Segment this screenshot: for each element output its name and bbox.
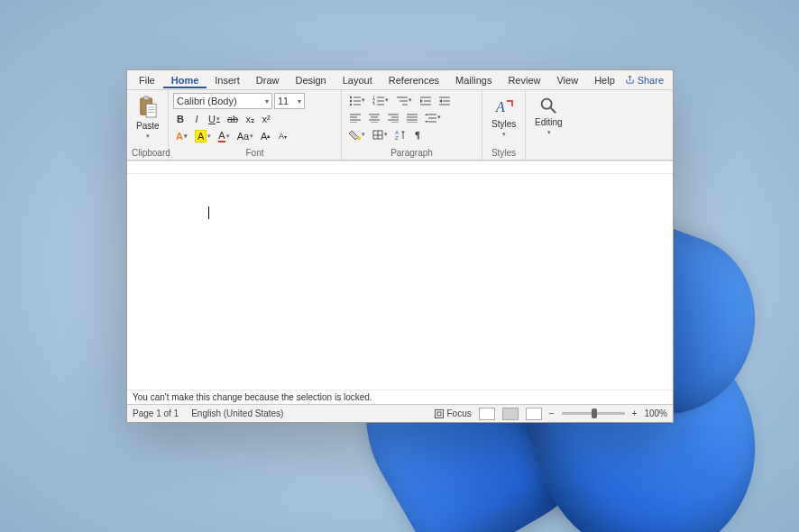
styles-group-label: Styles <box>487 147 520 160</box>
chevron-down-icon: ▾ <box>384 131 388 138</box>
chevron-down-icon: ▾ <box>265 97 269 105</box>
align-right-button[interactable] <box>384 110 401 124</box>
shrink-font-button[interactable]: A▾ <box>275 129 289 143</box>
change-case-button[interactable]: Aa▾ <box>234 129 256 143</box>
bold-button[interactable]: B <box>173 112 188 126</box>
borders-button[interactable]: ▾ <box>370 127 390 142</box>
group-clipboard: Paste ▾ Clipboard <box>127 90 169 160</box>
focus-icon <box>434 408 445 419</box>
svg-marker-22 <box>420 99 423 103</box>
increase-indent-icon <box>438 96 450 105</box>
text-cursor <box>208 206 209 219</box>
tab-review[interactable]: Review <box>500 72 548 88</box>
underline-button[interactable]: U▾ <box>206 112 223 126</box>
decrease-indent-icon <box>419 96 431 105</box>
tab-file[interactable]: File <box>131 72 163 88</box>
line-spacing-button[interactable]: ▾ <box>422 110 444 124</box>
multilevel-list-button[interactable]: ▾ <box>393 93 415 107</box>
svg-text:3: 3 <box>372 102 375 105</box>
editing-button[interactable]: Editing ▾ <box>530 93 567 139</box>
show-marks-button[interactable]: ¶ <box>410 127 425 142</box>
subscript-button[interactable]: x₂ <box>243 112 257 126</box>
share-icon <box>625 75 635 85</box>
group-font: Calibri (Body) ▾ 11 ▾ B I U▾ ab x₂ x² <box>169 90 342 160</box>
sort-button[interactable]: AZ <box>392 127 409 142</box>
editing-label: Editing <box>535 117 563 127</box>
search-icon <box>538 96 558 115</box>
svg-point-8 <box>350 99 352 101</box>
text-effects-button[interactable]: A▾ <box>173 129 190 143</box>
font-name-combo[interactable]: Calibri (Body) ▾ <box>173 93 272 109</box>
tab-layout[interactable]: Layout <box>335 72 381 88</box>
paragraph-group-label: Paragraph <box>346 147 477 160</box>
superscript-button[interactable]: x² <box>259 112 273 126</box>
chevron-down-icon: ▾ <box>250 133 253 140</box>
print-layout-view-button[interactable] <box>502 408 519 420</box>
chevron-down-icon: ▾ <box>362 131 365 138</box>
strikethrough-button[interactable]: ab <box>225 112 241 126</box>
decrease-indent-button[interactable] <box>417 93 434 107</box>
svg-marker-48 <box>425 114 428 115</box>
align-center-button[interactable] <box>365 110 382 124</box>
shading-button[interactable]: ▾ <box>346 127 368 142</box>
grow-font-button[interactable]: A▴ <box>258 129 273 143</box>
highlight-button[interactable]: A▾ <box>192 129 214 143</box>
shading-icon <box>349 130 361 140</box>
svg-point-6 <box>350 96 352 97</box>
group-styles: A Styles ▾ Styles <box>482 90 526 160</box>
styles-icon: A <box>493 96 515 117</box>
chevron-down-icon: ▾ <box>298 97 301 105</box>
svg-point-59 <box>542 99 552 109</box>
bullets-button[interactable]: ▾ <box>346 93 368 107</box>
increase-indent-button[interactable] <box>436 93 453 107</box>
tab-mailings[interactable]: Mailings <box>447 72 500 88</box>
styles-button[interactable]: A Styles ▾ <box>487 93 520 141</box>
svg-marker-26 <box>439 99 442 103</box>
paste-button[interactable]: Paste ▾ <box>132 93 164 142</box>
chevron-down-icon: ▾ <box>207 133 211 140</box>
tab-references[interactable]: References <box>381 72 447 88</box>
zoom-level[interactable]: 100% <box>644 408 667 418</box>
clipboard-group-label: Clipboard <box>132 147 163 160</box>
align-center-icon <box>368 113 380 123</box>
tab-draw[interactable]: Draw <box>248 72 288 88</box>
font-size-combo[interactable]: 11 ▾ <box>274 93 305 109</box>
font-size-value: 11 <box>278 96 289 106</box>
read-mode-view-button[interactable] <box>479 408 495 420</box>
justify-button[interactable] <box>403 110 420 124</box>
document-page[interactable] <box>127 174 673 390</box>
tab-help[interactable]: Help <box>586 72 623 88</box>
chevron-down-icon: ▾ <box>216 115 220 123</box>
zoom-in-button[interactable]: + <box>632 408 638 418</box>
web-layout-view-button[interactable] <box>526 408 542 420</box>
svg-text:Z: Z <box>395 135 399 140</box>
font-color-button[interactable]: A▾ <box>216 129 232 143</box>
svg-rect-1 <box>143 96 149 100</box>
status-bar: Page 1 of 1 English (United States) Focu… <box>127 404 673 422</box>
chevron-down-icon: ▾ <box>502 131 506 138</box>
zoom-out-button[interactable]: − <box>549 408 555 418</box>
tab-view[interactable]: View <box>548 72 586 88</box>
selection-locked-message: You can't make this change because the s… <box>127 390 673 404</box>
font-group-label: Font <box>173 147 336 160</box>
numbering-button[interactable]: 123▾ <box>370 93 391 107</box>
horizontal-ruler[interactable] <box>127 161 673 174</box>
tab-home[interactable]: Home <box>163 72 207 88</box>
focus-mode-button[interactable]: Focus <box>434 408 472 419</box>
styles-label: Styles <box>491 119 516 129</box>
zoom-slider[interactable] <box>562 412 625 415</box>
chevron-down-icon: ▾ <box>409 96 412 104</box>
share-button[interactable]: Share <box>625 75 669 86</box>
page-indicator[interactable]: Page 1 of 1 <box>133 408 179 418</box>
tab-design[interactable]: Design <box>287 72 334 88</box>
svg-text:A: A <box>495 99 505 115</box>
tab-insert[interactable]: Insert <box>207 72 248 88</box>
chevron-down-icon: ▾ <box>362 96 365 104</box>
italic-button[interactable]: I <box>189 112 204 126</box>
align-left-icon <box>349 113 361 123</box>
svg-rect-2 <box>146 104 156 117</box>
language-indicator[interactable]: English (United States) <box>191 408 283 418</box>
align-left-button[interactable] <box>346 110 363 124</box>
svg-point-50 <box>357 136 361 140</box>
sort-icon: AZ <box>395 130 406 140</box>
